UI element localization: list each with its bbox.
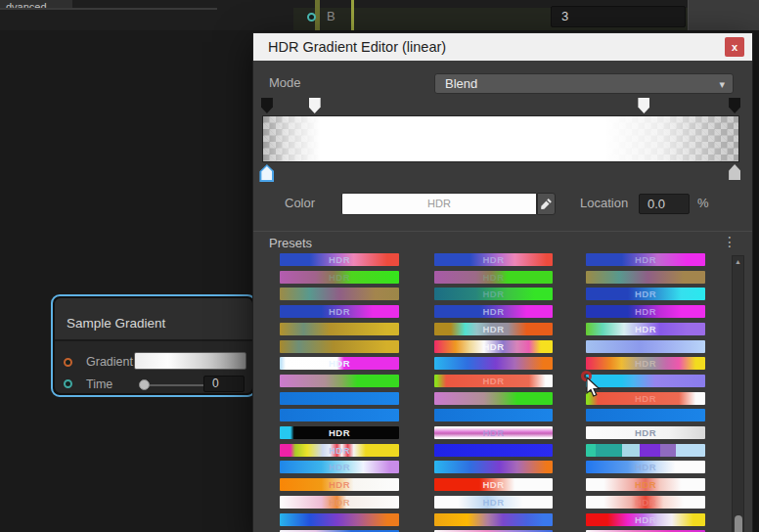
preset-hdr-label: HDR xyxy=(280,357,399,370)
time-slider-knob[interactable] xyxy=(139,379,150,390)
preset-swatch[interactable] xyxy=(586,444,705,457)
dialog-titlebar[interactable]: HDR Gradient Editor (linear) x xyxy=(253,33,752,61)
alpha-stop[interactable] xyxy=(729,98,740,113)
time-port[interactable] xyxy=(64,379,72,388)
preset-swatch[interactable] xyxy=(586,375,705,387)
preset-hdr-label: HDR xyxy=(280,496,399,509)
color-value-field[interactable]: HDR xyxy=(341,193,537,215)
preset-hdr-label: HDR xyxy=(586,253,705,266)
preset-hdr-label: HDR xyxy=(434,323,553,335)
preset-swatch[interactable]: HDR xyxy=(586,253,705,266)
scroll-up-icon[interactable]: ▲ xyxy=(735,258,741,265)
presets-scrollbar[interactable]: ▲ xyxy=(732,255,744,532)
gradient-overlay xyxy=(263,116,738,161)
preset-swatch[interactable]: HDR xyxy=(586,323,705,335)
preset-swatch[interactable]: HDR xyxy=(280,444,399,457)
preset-hdr-label: HDR xyxy=(586,496,705,509)
alpha-stop[interactable] xyxy=(261,98,273,113)
preset-swatch[interactable] xyxy=(280,513,399,526)
preset-hdr-label: HDR xyxy=(434,288,553,300)
preset-swatch[interactable] xyxy=(434,444,553,457)
preset-swatch[interactable]: HDR xyxy=(434,323,553,335)
time-slider-track[interactable] xyxy=(149,384,203,386)
node-title: Sample Gradient xyxy=(55,298,252,341)
preset-swatch[interactable]: HDR xyxy=(280,357,399,370)
preset-swatch[interactable]: HDR xyxy=(434,253,553,266)
preset-swatch[interactable]: HDR xyxy=(586,496,705,509)
preset-swatch[interactable]: HDR xyxy=(586,461,705,473)
preset-swatch[interactable] xyxy=(434,392,553,405)
preset-hdr-label: HDR xyxy=(586,513,705,526)
preset-hdr-label: HDR xyxy=(434,426,553,439)
location-value-field[interactable]: 0.0 xyxy=(639,194,690,214)
cursor-arrow-icon xyxy=(586,377,602,398)
location-label: Location xyxy=(580,196,628,210)
preset-swatch[interactable]: HDR xyxy=(434,288,553,300)
sample-gradient-node[interactable]: Sample Gradient Gradient Time 0 xyxy=(51,294,256,397)
preset-swatch[interactable] xyxy=(434,461,553,473)
preset-swatch[interactable]: HDR xyxy=(280,271,399,284)
preset-swatch[interactable]: HDR xyxy=(434,271,553,284)
preset-swatch[interactable] xyxy=(434,513,553,526)
preset-swatch[interactable] xyxy=(280,323,399,335)
scrollbar-thumb[interactable] xyxy=(735,515,742,532)
kebab-menu-icon[interactable]: ⋮ xyxy=(723,234,737,249)
preset-hdr-label: HDR xyxy=(586,461,705,473)
gradient-port[interactable] xyxy=(64,358,72,367)
color-stops-track[interactable] xyxy=(262,164,739,182)
preset-swatch[interactable]: HDR xyxy=(586,357,705,370)
preset-swatch[interactable]: HDR xyxy=(280,496,399,509)
preset-swatch[interactable]: HDR xyxy=(280,426,399,439)
preset-swatch[interactable]: HDR xyxy=(586,288,705,300)
preset-swatch[interactable] xyxy=(586,340,705,353)
preset-swatch[interactable] xyxy=(280,409,399,421)
mode-dropdown[interactable]: Blend ▾ xyxy=(434,73,734,94)
color-stop[interactable] xyxy=(729,164,740,180)
preset-swatch[interactable]: HDR xyxy=(280,253,399,266)
alpha-stop[interactable] xyxy=(638,98,649,113)
preset-swatch[interactable]: HDR xyxy=(434,340,553,353)
color-stop-selected[interactable] xyxy=(259,164,274,182)
preset-hdr-label: HDR xyxy=(434,340,553,353)
gradient-preview-swatch[interactable] xyxy=(134,352,246,370)
preset-swatch[interactable]: HDR xyxy=(586,426,705,439)
preset-swatch[interactable] xyxy=(586,271,705,284)
preset-swatch[interactable]: HDR xyxy=(280,305,399,318)
preset-hdr-label: HDR xyxy=(586,357,705,370)
preset-swatch[interactable] xyxy=(434,357,553,370)
preset-swatch[interactable] xyxy=(586,409,705,421)
preset-swatch[interactable]: HDR xyxy=(434,478,553,491)
close-button[interactable]: x xyxy=(725,37,744,57)
preset-hdr-label: HDR xyxy=(586,323,705,335)
preset-swatch[interactable]: HDR xyxy=(434,496,553,509)
hdr-gradient-editor-dialog: HDR Gradient Editor (linear) x Mode Blen… xyxy=(252,32,753,532)
preset-swatch[interactable] xyxy=(280,340,399,353)
preset-swatch[interactable]: HDR xyxy=(586,305,705,318)
alpha-stop[interactable] xyxy=(309,98,321,113)
eyedropper-button[interactable] xyxy=(537,193,556,215)
preset-swatch[interactable] xyxy=(434,409,553,421)
preset-swatch[interactable]: HDR xyxy=(586,513,705,526)
presets-label: Presets xyxy=(269,236,312,250)
preset-swatch[interactable]: HDR xyxy=(586,478,705,491)
gradient-preview-strip[interactable] xyxy=(262,115,739,162)
preset-swatch[interactable] xyxy=(280,375,399,387)
preset-swatch[interactable]: HDR xyxy=(586,392,705,405)
port-b-value-field[interactable]: 3 xyxy=(551,6,686,27)
alpha-stops-track[interactable] xyxy=(262,98,739,114)
preset-hdr-label: HDR xyxy=(586,392,705,405)
preset-swatch[interactable]: HDR xyxy=(280,478,399,491)
time-value-field[interactable]: 0 xyxy=(203,376,245,392)
preset-hdr-label: HDR xyxy=(434,478,553,491)
node-port-b[interactable] xyxy=(307,13,316,22)
preset-hdr-label: HDR xyxy=(280,271,399,284)
preset-swatch[interactable] xyxy=(280,288,399,300)
tab-underline xyxy=(0,8,217,10)
preset-swatch[interactable]: HDR xyxy=(434,305,553,318)
preset-swatch[interactable] xyxy=(280,392,399,405)
preset-hdr-label: HDR xyxy=(434,271,553,284)
gradient-label: Gradient xyxy=(86,355,133,369)
preset-swatch[interactable]: HDR xyxy=(434,426,553,439)
preset-swatch[interactable]: HDR xyxy=(280,461,399,473)
preset-swatch[interactable]: HDR xyxy=(434,375,553,387)
